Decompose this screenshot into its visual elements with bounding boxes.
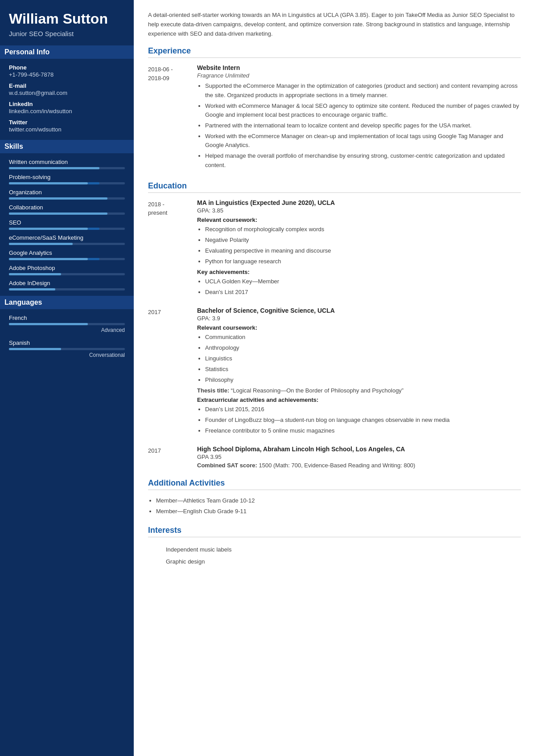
experience-bullet: Worked with the eCommerce Manager on cle… — [205, 132, 521, 150]
skill-item: Adobe InDesign — [9, 280, 125, 290]
education-gpa: GPA 3.95 — [197, 454, 521, 460]
coursework-list: CommunicationAnthropologyLinguisticsStat… — [197, 333, 521, 385]
skill-name: Adobe Photoshop — [9, 265, 125, 271]
education-gpa: GPA: 3.9 — [197, 315, 521, 322]
coursework-item: Recognition of morphologically complex w… — [205, 225, 521, 234]
additional-item: Member—English Club Grade 9-11 — [156, 507, 521, 516]
skill-bar — [9, 197, 125, 200]
skill-bar — [9, 258, 125, 260]
experience-bullets: Supported the eCommerce Manager in the o… — [197, 82, 521, 169]
experience-details: Website InternFragrance UnlimitedSupport… — [197, 64, 521, 171]
education-date: 2017 — [148, 445, 197, 469]
skill-item: Adobe Photoshop — [9, 265, 125, 275]
skill-bar-fill — [9, 197, 107, 200]
thesis-text: Thesis title: “Logical Reasoning—On the … — [197, 387, 521, 394]
skill-item: Organization — [9, 189, 125, 200]
skill-bar — [9, 273, 125, 275]
language-level: Conversational — [9, 352, 125, 358]
experience-company: Fragrance Unlimited — [197, 72, 521, 79]
skill-name: Adobe InDesign — [9, 280, 125, 286]
language-name: French — [9, 315, 125, 321]
language-bar-fill — [9, 323, 88, 325]
education-heading: Education — [148, 181, 521, 193]
language-bar — [9, 323, 125, 325]
additional-item: Member—Athletics Team Grade 10-12 — [156, 496, 521, 505]
interests-section: Interests Independent music labelsGraphi… — [148, 526, 521, 568]
skill-item: Google Analytics — [9, 249, 125, 260]
language-bar — [9, 348, 125, 350]
experience-section: Experience 2018-06 - 2018-09Website Inte… — [148, 46, 521, 171]
skill-bar-fill — [9, 243, 73, 245]
candidate-title: Junior SEO Specialist — [9, 30, 125, 37]
linkedin-value: linkedin.com/in/wdsutton — [9, 108, 125, 114]
linkedin-label: LinkedIn — [9, 101, 125, 107]
additional-heading: Additional Activities — [148, 478, 521, 490]
education-date: 2017 — [148, 307, 197, 437]
education-date: 2018 - present — [148, 199, 197, 299]
language-bar-fill — [9, 348, 61, 350]
coursework-item: Philosophy — [205, 376, 521, 384]
extracurricular-list: Dean’s List 2015, 2016Founder of LingoBu… — [197, 405, 521, 435]
experience-heading: Experience — [148, 46, 521, 58]
coursework-label: Relevant coursework: — [197, 324, 521, 331]
skill-item: Collaboration — [9, 204, 125, 215]
education-item: 2018 - presentMA in Linguistics (Expecte… — [148, 199, 521, 299]
skill-bar — [9, 288, 125, 290]
skill-name: Written communication — [9, 159, 125, 165]
experience-bullet: Partnered with the international team to… — [205, 121, 521, 130]
languages-section: FrenchAdvancedSpanishConversational — [9, 315, 125, 358]
extracurricular-item: Freelance contributor to 5 online music … — [205, 426, 521, 435]
experience-list: 2018-06 - 2018-09Website InternFragrance… — [148, 64, 521, 171]
skill-name: Collaboration — [9, 204, 125, 211]
skill-bar-marker — [88, 228, 99, 230]
skills-section: Written communicationProblem-solvingOrga… — [9, 159, 125, 290]
interests-heading: Interests — [148, 526, 521, 537]
skill-item: eCommerce/SaaS Marketing — [9, 234, 125, 245]
interests-list: Independent music labelsGraphic design — [148, 544, 521, 568]
coursework-item: Linguistics — [205, 354, 521, 363]
coursework-list: Recognition of morphologically complex w… — [197, 225, 521, 266]
language-name: Spanish — [9, 339, 125, 346]
skill-bar-fill — [9, 288, 55, 290]
twitter-value: twitter.com/wdsutton — [9, 126, 125, 133]
skill-bar-fill — [9, 228, 88, 230]
email-value: w.d.sutton@gmail.com — [9, 90, 125, 96]
skill-name: Organization — [9, 189, 125, 196]
education-gpa: GPA: 3.85 — [197, 207, 521, 214]
education-list: 2018 - presentMA in Linguistics (Expecte… — [148, 199, 521, 469]
experience-bullet: Supported the eCommerce Manager in the o… — [205, 82, 521, 99]
coursework-item: Evaluating perspective in meaning and di… — [205, 246, 521, 255]
education-details: MA in Linguistics (Expected June 2020), … — [197, 199, 521, 299]
skill-bar-fill — [9, 273, 61, 275]
email-label: E-mail — [9, 82, 125, 89]
skill-bar — [9, 243, 125, 245]
skill-name: SEO — [9, 219, 125, 226]
education-details: High School Diploma, Abraham Lincoln Hig… — [197, 445, 521, 469]
skill-item: SEO — [9, 219, 125, 230]
achievement-item: UCLA Golden Key—Member — [205, 277, 521, 286]
skill-bar-marker — [88, 182, 99, 184]
skill-item: Written communication — [9, 159, 125, 169]
skills-heading: Skills — [0, 140, 134, 153]
sat-score: Combined SAT score: 1500 (Math: 700, Evi… — [197, 462, 521, 469]
achievement-item: Dean's List 2017 — [205, 288, 521, 297]
coursework-item: Anthropology — [205, 343, 521, 352]
language-item: FrenchAdvanced — [9, 315, 125, 333]
skill-bar-fill — [9, 182, 88, 184]
language-level: Advanced — [9, 327, 125, 333]
personal-info-section: Phone +1-799-456-7878 E-mail w.d.sutton@… — [9, 64, 125, 133]
resume-container: William Sutton Junior SEO Specialist Per… — [0, 0, 535, 756]
experience-bullet: Worked with eCommerce Manager & local SE… — [205, 102, 521, 119]
skill-bar-fill — [9, 212, 107, 215]
skill-bar — [9, 182, 125, 184]
languages-heading: Languages — [0, 296, 134, 309]
skill-name: Problem-solving — [9, 174, 125, 180]
experience-date: 2018-06 - 2018-09 — [148, 64, 197, 171]
education-title: Bachelor of Science, Cognitive Science, … — [197, 307, 521, 314]
skill-bar — [9, 167, 125, 169]
personal-info-heading: Personal Info — [0, 45, 134, 59]
achievements-list: UCLA Golden Key—MemberDean's List 2017 — [197, 277, 521, 297]
language-item: SpanishConversational — [9, 339, 125, 358]
education-title: MA in Linguistics (Expected June 2020), … — [197, 199, 521, 206]
interest-item: Graphic design — [148, 556, 521, 568]
